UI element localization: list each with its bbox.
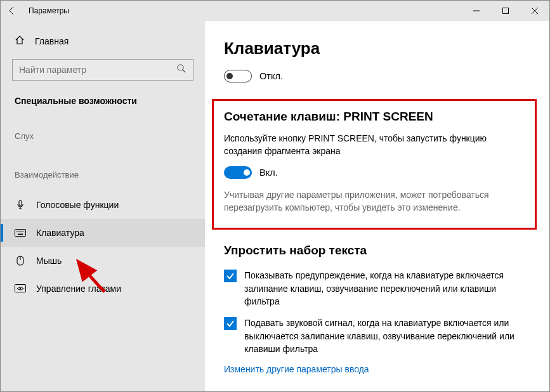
- sidebar-item-label: Голосовые функции: [36, 200, 119, 210]
- svg-point-8: [16, 231, 18, 232]
- titlebar: Параметры: [1, 1, 549, 21]
- maximize-button[interactable]: [491, 1, 520, 21]
- minimize-button[interactable]: [462, 1, 491, 21]
- section-heading: Упростить набор текста: [224, 244, 530, 258]
- sidebar-item-label: Управление глазами: [36, 284, 121, 294]
- toggle-label: Откл.: [259, 71, 283, 81]
- svg-point-10: [20, 231, 22, 232]
- section-heading: Сочетание клавиш: PRINT SCREEN: [224, 110, 525, 124]
- svg-line-5: [183, 70, 185, 72]
- warning-checkbox[interactable]: [224, 270, 237, 282]
- toggle-label: Вкл.: [259, 167, 278, 178]
- keyboard-toggle[interactable]: [224, 70, 252, 82]
- print-screen-toggle[interactable]: [224, 166, 252, 179]
- group-interaction: Взаимодействие: [12, 170, 193, 180]
- svg-rect-12: [18, 234, 23, 235]
- svg-rect-7: [15, 230, 26, 237]
- main-content: Клавиатура Откл. Сочетание клавиш: PRINT…: [205, 21, 549, 391]
- svg-point-16: [20, 288, 21, 289]
- close-button[interactable]: [520, 1, 549, 21]
- search-field[interactable]: [19, 65, 176, 75]
- home-nav[interactable]: Главная: [12, 35, 193, 48]
- home-label: Главная: [35, 36, 69, 46]
- search-input[interactable]: [12, 59, 193, 81]
- svg-point-4: [178, 65, 183, 70]
- section-note: Учитывая другие параметры приложения, мо…: [224, 189, 525, 214]
- microphone-icon: [15, 200, 26, 210]
- keyboard-icon: [15, 229, 26, 237]
- group-hearing: Слух: [12, 131, 193, 141]
- checkbox-label: Подавать звуковой сигнал, когда на клави…: [244, 317, 530, 355]
- sidebar-item-speech[interactable]: Голосовые функции: [12, 191, 193, 219]
- svg-point-11: [22, 231, 23, 232]
- svg-rect-6: [19, 200, 22, 206]
- sidebar: Главная Специальные возможности Слух Вза…: [1, 21, 205, 391]
- other-input-settings-link[interactable]: Изменить другие параметры ввода: [224, 364, 530, 374]
- svg-rect-1: [503, 8, 509, 14]
- svg-point-9: [18, 231, 20, 232]
- search-icon: [176, 63, 187, 76]
- sidebar-item-label: Мышь: [36, 256, 62, 266]
- sidebar-item-label: Клавиатура: [36, 228, 84, 238]
- sidebar-item-keyboard[interactable]: Клавиатура: [1, 219, 205, 247]
- section-description: Используйте кнопку PRINT SCREEN, чтобы з…: [224, 133, 525, 157]
- home-icon: [15, 35, 25, 48]
- page-title: Клавиатура: [224, 39, 530, 58]
- sound-checkbox[interactable]: [224, 317, 237, 330]
- sidebar-item-mouse[interactable]: Мышь: [12, 247, 193, 275]
- eye-control-icon: [15, 284, 26, 293]
- category-heading: Специальные возможности: [12, 96, 193, 106]
- sidebar-item-eye-control[interactable]: Управление глазами: [12, 275, 193, 303]
- mouse-icon: [15, 256, 26, 266]
- print-screen-section: Сочетание клавиш: PRINT SCREEN Используй…: [212, 99, 537, 230]
- checkbox-label: Показывать предупреждение, когда на клав…: [244, 269, 530, 308]
- window-title: Параметры: [29, 6, 69, 15]
- back-button[interactable]: [7, 6, 17, 16]
